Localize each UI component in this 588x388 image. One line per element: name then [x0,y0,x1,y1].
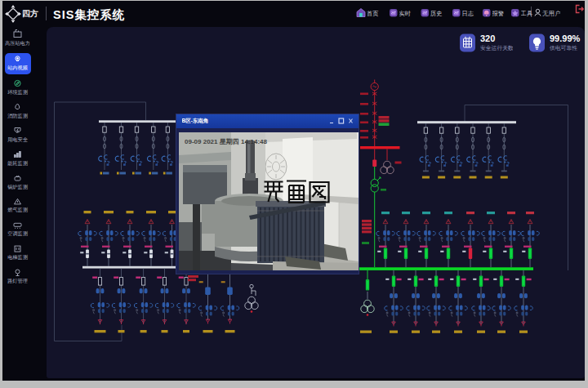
svg-text:09-09 2021 星期四 14:14:48: 09-09 2021 星期四 14:14:48 [185,138,268,145]
